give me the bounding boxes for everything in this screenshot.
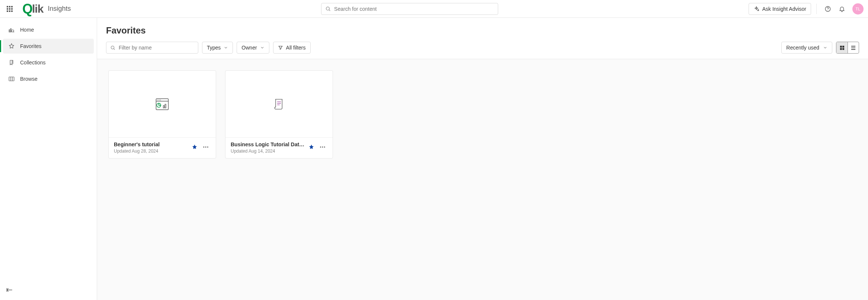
all-filters-button[interactable]: All filters bbox=[273, 42, 311, 54]
svg-rect-8 bbox=[9, 77, 14, 81]
sidebar-item-collections[interactable]: Collections bbox=[3, 55, 94, 70]
app-launcher-icon[interactable] bbox=[4, 4, 15, 14]
star-filled-icon bbox=[191, 144, 198, 150]
sidebar-item-label: Home bbox=[20, 27, 34, 33]
collapse-sidebar-button[interactable] bbox=[6, 287, 13, 294]
svg-line-1 bbox=[329, 10, 330, 11]
svg-line-7 bbox=[13, 32, 14, 32]
svg-point-26 bbox=[160, 99, 161, 100]
page-title: Favorites bbox=[106, 25, 859, 36]
svg-point-36 bbox=[322, 147, 323, 148]
collapse-icon bbox=[6, 287, 13, 293]
svg-point-13 bbox=[111, 46, 114, 49]
content-card[interactable]: Business Logic Tutorial Data Prep Update… bbox=[225, 70, 333, 159]
svg-rect-16 bbox=[842, 45, 844, 47]
search-input-wrapper[interactable] bbox=[321, 3, 498, 15]
filter-input[interactable] bbox=[119, 45, 194, 51]
svg-point-31 bbox=[207, 147, 208, 148]
sidebar-item-home[interactable]: Home bbox=[3, 22, 94, 37]
sort-dropdown[interactable]: Recently used bbox=[781, 42, 832, 54]
chevron-down-icon bbox=[823, 45, 827, 50]
columns-icon bbox=[8, 76, 15, 82]
bell-icon bbox=[839, 6, 845, 12]
divider bbox=[816, 4, 817, 14]
app-name: Insights bbox=[48, 5, 71, 13]
owner-filter-button[interactable]: Owner bbox=[237, 42, 269, 54]
favorite-toggle[interactable] bbox=[191, 144, 198, 151]
card-more-button[interactable] bbox=[318, 142, 327, 153]
script-document-icon bbox=[272, 97, 286, 112]
svg-rect-5 bbox=[10, 29, 11, 32]
sidebar-item-label: Favorites bbox=[20, 43, 42, 49]
more-horizontal-icon bbox=[319, 144, 326, 150]
more-horizontal-icon bbox=[202, 144, 209, 150]
app-dashboard-icon bbox=[154, 96, 170, 112]
svg-point-24 bbox=[157, 99, 158, 100]
owner-label: Owner bbox=[241, 45, 257, 51]
svg-rect-15 bbox=[840, 45, 842, 47]
svg-rect-4 bbox=[9, 30, 10, 32]
grid-icon bbox=[839, 45, 845, 51]
filter-input-wrapper[interactable] bbox=[106, 42, 198, 54]
card-updated: Updated Aug 28, 2024 bbox=[114, 149, 188, 154]
star-filled-icon bbox=[308, 144, 315, 150]
sidebar-item-label: Browse bbox=[20, 76, 38, 82]
favorite-toggle[interactable] bbox=[308, 144, 315, 151]
avatar-initials: TL bbox=[856, 7, 861, 11]
home-icon bbox=[8, 26, 15, 33]
all-filters-label: All filters bbox=[286, 45, 306, 51]
svg-line-14 bbox=[114, 48, 115, 50]
svg-point-29 bbox=[203, 147, 204, 148]
card-thumbnail bbox=[225, 71, 333, 138]
svg-rect-27 bbox=[163, 105, 164, 108]
sidebar-item-browse[interactable]: Browse bbox=[3, 71, 94, 86]
view-toggle bbox=[836, 42, 859, 54]
help-button[interactable] bbox=[822, 3, 834, 15]
list-icon bbox=[851, 45, 856, 51]
sidebar-item-favorites[interactable]: Favorites bbox=[3, 39, 94, 54]
help-icon bbox=[824, 6, 831, 12]
svg-point-0 bbox=[326, 7, 330, 10]
svg-point-35 bbox=[320, 147, 321, 148]
svg-point-37 bbox=[324, 147, 325, 148]
search-icon bbox=[325, 6, 331, 12]
ask-insight-advisor-button[interactable]: Ask Insight Advisor bbox=[749, 3, 811, 15]
star-icon bbox=[8, 43, 15, 50]
notifications-button[interactable] bbox=[836, 3, 848, 15]
list-view-button[interactable] bbox=[848, 42, 859, 53]
svg-point-25 bbox=[159, 99, 160, 100]
sidebar: Home Favorites Collections Browse bbox=[0, 18, 97, 300]
card-thumbnail bbox=[109, 71, 216, 138]
svg-rect-18 bbox=[842, 48, 844, 50]
search-input[interactable] bbox=[334, 6, 494, 12]
sparkle-icon bbox=[753, 6, 759, 12]
ask-insight-advisor-label: Ask Insight Advisor bbox=[762, 6, 806, 12]
filter-icon bbox=[278, 45, 283, 50]
sidebar-item-label: Collections bbox=[20, 60, 45, 66]
content-card[interactable]: Beginner's tutorial Updated Aug 28, 2024 bbox=[108, 70, 216, 159]
card-title: Business Logic Tutorial Data Prep bbox=[231, 141, 305, 147]
svg-rect-22 bbox=[156, 99, 169, 109]
chevron-down-icon bbox=[224, 45, 228, 50]
search-icon bbox=[110, 45, 116, 51]
svg-point-30 bbox=[205, 147, 206, 148]
types-filter-button[interactable]: Types bbox=[202, 42, 233, 54]
svg-rect-17 bbox=[840, 48, 842, 50]
card-more-button[interactable] bbox=[201, 142, 211, 153]
grid-view-button[interactable] bbox=[836, 42, 848, 53]
sort-label: Recently used bbox=[786, 45, 819, 51]
svg-point-3 bbox=[827, 10, 828, 10]
chevron-down-icon bbox=[260, 45, 265, 50]
svg-rect-28 bbox=[165, 104, 166, 108]
card-title: Beginner's tutorial bbox=[114, 141, 188, 147]
card-updated: Updated Aug 14, 2024 bbox=[231, 149, 305, 154]
bookmark-icon bbox=[8, 59, 15, 66]
brand-logo[interactable]: Qlik bbox=[22, 1, 43, 17]
types-label: Types bbox=[207, 45, 221, 51]
user-avatar[interactable]: TL bbox=[852, 3, 864, 15]
svg-point-6 bbox=[12, 30, 14, 32]
